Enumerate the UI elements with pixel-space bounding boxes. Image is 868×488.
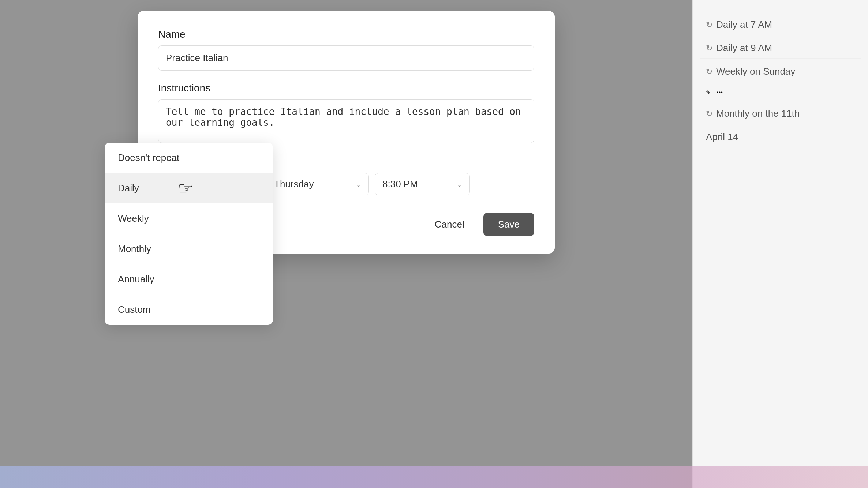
sidebar-label-daily-9am: Daily at 9 AM [716, 42, 772, 54]
instructions-label: Instructions [158, 82, 534, 94]
sidebar-date-label: April 14 [706, 131, 738, 142]
refresh-icon-1: ↻ [706, 20, 712, 30]
sidebar-item-daily-7am[interactable]: ↻ Daily at 7 AM [700, 15, 861, 35]
time-dropdown[interactable]: 8:30 PM ⌄ [375, 173, 470, 195]
sidebar-item-monthly[interactable]: ↻ Monthly on the 11th [700, 104, 861, 124]
sidebar-item-weekly-sunday[interactable]: ↻ Weekly on Sunday [700, 61, 861, 82]
dropdown-item-doesnt-repeat[interactable]: Doesn't repeat [105, 143, 273, 173]
cancel-button[interactable]: Cancel [422, 213, 478, 236]
day-value: Thursday [274, 179, 314, 190]
sidebar-date: April 14 [700, 127, 861, 147]
weekly-label: Weekly [118, 213, 149, 224]
name-label: Name [158, 29, 534, 40]
custom-label: Custom [118, 304, 151, 315]
doesnt-repeat-label: Doesn't repeat [118, 152, 179, 164]
daily-label: Daily [118, 183, 139, 194]
dropdown-item-daily[interactable]: Daily [105, 173, 273, 203]
more-options-icon[interactable]: ••• [717, 89, 723, 96]
dropdown-item-custom[interactable]: Custom [105, 294, 273, 325]
sidebar-item-daily-9am[interactable]: ↻ Daily at 9 AM [700, 38, 861, 59]
modal-overlay: Name Instructions Tell me to practice It… [0, 0, 692, 488]
day-dropdown[interactable]: Thursday ⌄ [266, 173, 369, 195]
save-button[interactable]: Save [483, 213, 534, 236]
dropdown-item-annually[interactable]: Annually [105, 264, 273, 294]
instructions-input[interactable]: Tell me to practice Italian and include … [158, 99, 534, 143]
sidebar-label-daily-7am: Daily at 7 AM [716, 19, 772, 30]
sidebar-label-monthly: Monthly on the 11th [716, 108, 800, 119]
refresh-icon-2: ↻ [706, 44, 712, 53]
refresh-icon-4: ↻ [706, 109, 712, 119]
time-chevron-icon: ⌄ [457, 180, 462, 188]
name-input[interactable] [158, 45, 534, 71]
refresh-icon-3: ↻ [706, 67, 712, 76]
dropdown-item-monthly[interactable]: Monthly [105, 234, 273, 264]
frequency-dropdown-menu: Doesn't repeat Daily Weekly Monthly Annu… [105, 143, 273, 325]
monthly-label: Monthly [118, 243, 151, 255]
right-sidebar: ↻ Daily at 7 AM ↻ Daily at 9 AM ↻ Weekly… [692, 0, 868, 488]
dropdown-item-weekly[interactable]: Weekly [105, 203, 273, 234]
sidebar-label-weekly-sunday: Weekly on Sunday [716, 66, 795, 77]
edit-icon[interactable]: ✎ [706, 89, 711, 96]
annually-label: Annually [118, 274, 154, 285]
day-chevron-icon: ⌄ [356, 180, 361, 188]
sidebar-icons-row: ✎ ••• [700, 85, 861, 101]
gradient-bar [0, 466, 868, 488]
time-value: 8:30 PM [382, 179, 418, 190]
